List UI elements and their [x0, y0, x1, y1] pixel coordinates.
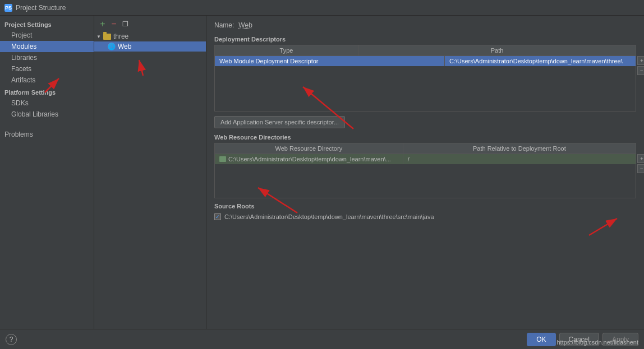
sidebar-item-global-libraries[interactable]: Global Libraries — [0, 109, 94, 120]
main-layout: Project Settings Project Modules Librari… — [0, 16, 644, 349]
wrd-folder-icon — [219, 156, 226, 162]
tree-item-web-label: Web — [118, 43, 131, 50]
folder-icon — [103, 34, 111, 40]
wrd-relative-path-cell: / — [403, 154, 636, 164]
title-bar-text: Project Structure — [16, 4, 66, 12]
bottom-left: ? — [6, 334, 17, 345]
help-button[interactable]: ? — [6, 334, 17, 345]
bottom-bar: ? OK Cancel Apply — [0, 329, 644, 349]
copy-module-button[interactable]: ❐ — [120, 19, 130, 29]
source-roots-label: Source Roots — [214, 203, 636, 210]
source-root-path: C:\Users\Administrator\Desktop\temp\down… — [224, 213, 434, 220]
wrd-remove-button[interactable]: − — [637, 164, 644, 173]
tree-item-web[interactable]: Web — [94, 41, 206, 52]
deployment-descriptor-row[interactable]: Web Module Deployment Descriptor C:\User… — [215, 56, 636, 66]
type-column-header: Type — [215, 45, 358, 55]
sidebar-item-modules[interactable]: Modules — [0, 41, 94, 52]
platform-settings-label: Platform Settings — [0, 86, 94, 97]
name-field-value[interactable]: Web — [238, 21, 252, 29]
web-module-icon — [108, 43, 116, 50]
wrd-row[interactable]: C:\Users\Administrator\Desktop\temp\down… — [215, 154, 636, 164]
tree-item-three-label: three — [113, 32, 128, 40]
sidebar-item-sdks[interactable]: SDKs — [0, 97, 94, 109]
wrd-table: Web Resource Directory Path Relative to … — [214, 143, 636, 198]
sidebar: Project Settings Project Modules Librari… — [0, 16, 94, 349]
remove-module-button[interactable]: − — [109, 19, 119, 29]
descriptor-remove-button[interactable]: − — [637, 66, 644, 75]
url-text: https://blog.csdn.net/lidashent — [556, 339, 638, 346]
title-bar: PS Project Structure — [0, 0, 644, 16]
add-descriptor-button[interactable]: Add Application Server specific descript… — [214, 116, 345, 128]
source-roots-section: Source Roots C:\Users\Administrator\Desk… — [214, 203, 636, 222]
web-resource-directories-section: Web Resource Directories Web Resource Di… — [214, 134, 636, 198]
content-panel: Name: Web Deployment Descriptors Type Pa… — [206, 16, 644, 349]
web-resource-directory-column: Web Resource Directory — [215, 143, 403, 153]
deployment-descriptors-label: Deployment Descriptors — [214, 36, 636, 43]
app-icon: PS — [4, 4, 12, 12]
wrd-directory-cell: C:\Users\Administrator\Desktop\temp\down… — [215, 154, 403, 164]
wrd-add-button[interactable]: + — [637, 154, 644, 163]
project-settings-label: Project Settings — [0, 18, 94, 30]
wrd-table-header: Web Resource Directory Path Relative to … — [215, 143, 636, 154]
wrd-section-label: Web Resource Directories — [214, 134, 636, 141]
source-root-checkbox[interactable] — [214, 213, 221, 220]
name-row: Name: Web — [214, 21, 636, 29]
path-relative-column: Path Relative to Deployment Root — [403, 143, 636, 153]
ok-button[interactable]: OK — [527, 333, 555, 346]
name-field-label: Name: — [214, 21, 234, 29]
path-column-header: Path — [358, 45, 636, 55]
descriptor-path-cell: C:\Users\Administrator\Desktop\temp\down… — [445, 56, 636, 66]
source-roots-item: C:\Users\Administrator\Desktop\temp\down… — [214, 212, 636, 222]
sidebar-item-artifacts[interactable]: Artifacts — [0, 75, 94, 86]
sidebar-item-project[interactable]: Project — [0, 30, 94, 41]
descriptor-type-cell: Web Module Deployment Descriptor — [215, 56, 445, 66]
chevron-down-icon: ▼ — [96, 34, 101, 39]
descriptor-empty-area — [215, 66, 636, 111]
deployment-descriptors-table: Type Path Web Module Deployment Descript… — [214, 45, 636, 111]
wrd-empty-area — [215, 164, 636, 198]
deployment-descriptors-header: Type Path — [215, 45, 636, 56]
descriptor-add-button[interactable]: + — [637, 56, 644, 65]
sidebar-item-problems[interactable]: Problems — [0, 129, 94, 140]
tree-item-three[interactable]: ▼ three — [94, 31, 206, 41]
tree-toolbar: + − ❐ — [94, 18, 206, 31]
module-tree: + − ❐ ▼ three Web — [94, 16, 206, 349]
sidebar-item-facets[interactable]: Facets — [0, 63, 94, 75]
sidebar-item-libraries[interactable]: Libraries — [0, 52, 94, 63]
add-module-button[interactable]: + — [98, 19, 108, 29]
